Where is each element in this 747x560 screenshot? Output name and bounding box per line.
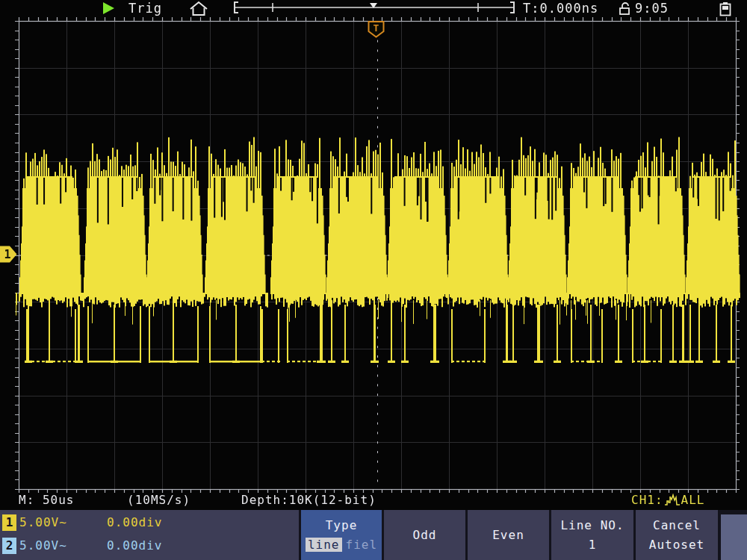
channel-1-badge[interactable]: 1	[2, 514, 16, 531]
memory-bar[interactable]	[233, 1, 515, 16]
channel-info: 1 5.00V~ 0.00div 2 5.00V~ 0.00div	[0, 510, 299, 560]
menu-line-no-button[interactable]: Line NO. 1	[549, 510, 633, 560]
trigger-t-marker[interactable]: T	[368, 21, 385, 38]
battery-icon	[719, 1, 732, 16]
channel-2-position: 0.00div	[107, 538, 162, 553]
depth-readout: Depth:10K(12-bit)	[241, 493, 376, 507]
trigger-readout: CH1: ALL	[631, 493, 704, 507]
menu-even-label: Even	[492, 528, 524, 542]
pulse-icon	[664, 494, 681, 507]
top-bar: Trig T:0.000ns 9:05	[0, 0, 747, 16]
timebase-readout: M: 50us	[19, 493, 74, 507]
menu-odd-label: Odd	[413, 528, 437, 542]
trigger-source-label: CH1:	[631, 493, 663, 507]
menu-cancel-autoset-button[interactable]: Cancel Autoset	[633, 510, 718, 560]
clock-readout: 9:05	[635, 1, 669, 16]
status-bar: M: 50us (10MS/s) Depth:10K(12-bit) CH1: …	[0, 489, 747, 510]
trigger-time-readout: T:0.000ns	[523, 1, 598, 16]
menu-odd-button[interactable]: Odd	[382, 510, 465, 560]
home-icon[interactable]	[188, 1, 209, 16]
channel-1-position: 0.00div	[107, 515, 162, 529]
channel-2-scale: 5.00V~	[19, 538, 67, 553]
lock-icon	[617, 2, 632, 15]
ch1-position-marker[interactable]: 1	[0, 246, 18, 263]
menu-line-no-value: 1	[589, 538, 597, 552]
play-icon	[102, 2, 116, 15]
menu-line-no-label: Line NO.	[560, 518, 624, 532]
menu-autoset-label: Autoset	[649, 538, 704, 552]
menu-type-option-field[interactable]: fiel	[346, 538, 378, 552]
soft-menu: 1 5.00V~ 0.00div 2 5.00V~ 0.00div Type l…	[0, 510, 747, 560]
oscilloscope-screen: Trig T:0.000ns 9:05 T 1	[0, 0, 747, 560]
channel-1-scale: 5.00V~	[19, 515, 67, 529]
trigger-mode-label: ALL	[681, 493, 705, 507]
menu-type-label: Type	[326, 518, 358, 532]
svg-text:T: T	[374, 22, 379, 34]
menu-type-option-line[interactable]: line	[306, 538, 342, 552]
menu-cancel-label: Cancel	[653, 518, 701, 532]
waveform-display	[0, 0, 747, 510]
sample-rate-readout: (10MS/s)	[127, 493, 190, 507]
trig-status-label: Trig	[128, 1, 162, 16]
menu-scroll-strip	[721, 514, 747, 560]
channel-2-badge[interactable]: 2	[2, 538, 16, 554]
menu-type-button[interactable]: Type line fiel	[299, 510, 382, 560]
svg-text:1: 1	[4, 248, 10, 261]
menu-even-button[interactable]: Even	[465, 510, 549, 560]
channel-2-readout: 2 5.00V~ 0.00div	[0, 538, 299, 556]
channel-1-readout: 1 5.00V~ 0.00div	[0, 514, 299, 532]
